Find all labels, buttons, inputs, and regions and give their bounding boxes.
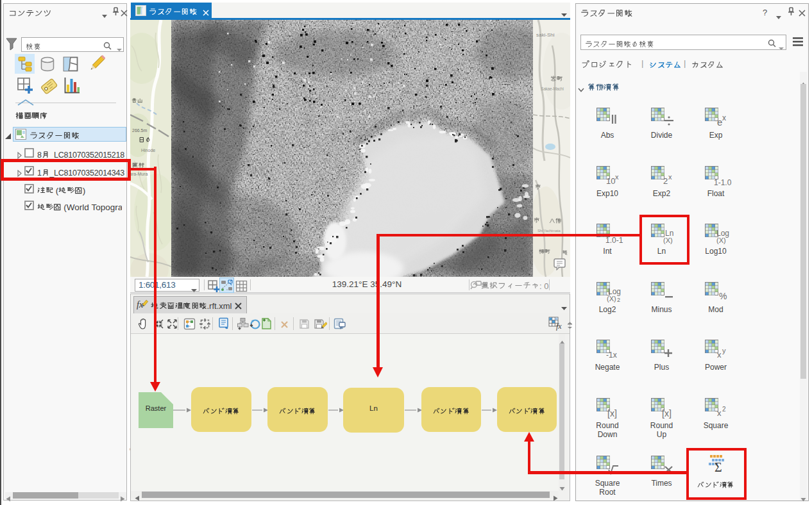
svg-text:%: % bbox=[719, 291, 727, 301]
svg-text:x: x bbox=[668, 173, 672, 181]
svg-text:x: x bbox=[717, 408, 722, 418]
svg-text:x: x bbox=[615, 173, 619, 181]
svg-text:1.0-1: 1.0-1 bbox=[605, 236, 623, 245]
svg-text:(X): (X) bbox=[607, 295, 616, 302]
svg-text:-1x: -1x bbox=[606, 351, 617, 360]
svg-text:[x]: [x] bbox=[662, 408, 672, 418]
svg-text:2: 2 bbox=[617, 297, 620, 303]
svg-text:10: 10 bbox=[606, 176, 615, 186]
svg-text:2: 2 bbox=[722, 406, 726, 413]
svg-text:1-1.0: 1-1.0 bbox=[714, 178, 732, 187]
svg-text:2: 2 bbox=[663, 176, 668, 186]
svg-text:x: x bbox=[722, 113, 726, 122]
svg-text:x: x bbox=[717, 350, 722, 360]
svg-text:(X): (X) bbox=[716, 236, 726, 244]
svg-text:[x]: [x] bbox=[607, 408, 617, 418]
svg-text:y: y bbox=[722, 347, 726, 354]
svg-text:fx: fx bbox=[556, 322, 562, 331]
